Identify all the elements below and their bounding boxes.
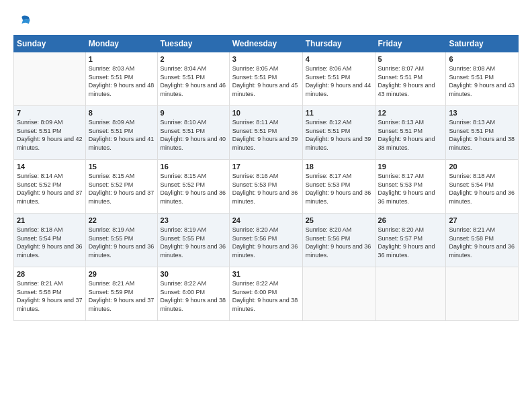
- calendar-cell: [302, 267, 375, 321]
- day-header-tuesday: Tuesday: [157, 36, 229, 52]
- day-number: 22: [89, 216, 154, 224]
- day-info: Sunrise: 8:18 AM Sunset: 5:54 PM Dayligh…: [17, 226, 83, 259]
- day-info: Sunrise: 8:20 AM Sunset: 5:56 PM Dayligh…: [306, 226, 372, 259]
- calendar-cell: 16 Sunrise: 8:15 AM Sunset: 5:52 PM Dayl…: [157, 160, 229, 214]
- calendar-cell: 23 Sunrise: 8:19 AM Sunset: 5:55 PM Dayl…: [157, 214, 229, 267]
- day-info: Sunrise: 8:17 AM Sunset: 5:53 PM Dayligh…: [306, 172, 372, 205]
- calendar-cell: 7 Sunrise: 8:09 AM Sunset: 5:51 PM Dayli…: [14, 106, 86, 160]
- day-number: 23: [161, 216, 226, 224]
- day-number: 16: [161, 163, 226, 171]
- day-info: Sunrise: 8:12 AM Sunset: 5:51 PM Dayligh…: [306, 118, 372, 152]
- day-info: Sunrise: 8:07 AM Sunset: 5:51 PM Dayligh…: [378, 64, 443, 98]
- day-number: 19: [378, 163, 443, 171]
- calendar-cell: 25 Sunrise: 8:20 AM Sunset: 5:56 PM Dayl…: [302, 214, 375, 267]
- calendar-cell: 2 Sunrise: 8:04 AM Sunset: 5:51 PM Dayli…: [157, 52, 229, 106]
- week-row-5: 28 Sunrise: 8:21 AM Sunset: 5:58 PM Dayl…: [14, 267, 519, 321]
- day-number: 8: [89, 109, 154, 117]
- calendar-cell: 29 Sunrise: 8:21 AM Sunset: 5:59 PM Dayl…: [85, 267, 157, 321]
- week-row-1: 1 Sunrise: 8:03 AM Sunset: 5:51 PM Dayli…: [14, 52, 519, 106]
- day-header-wednesday: Wednesday: [229, 36, 302, 52]
- calendar-cell: 31 Sunrise: 8:22 AM Sunset: 6:00 PM Dayl…: [229, 267, 302, 321]
- day-info: Sunrise: 8:11 AM Sunset: 5:51 PM Dayligh…: [232, 118, 300, 152]
- calendar-cell: 4 Sunrise: 8:06 AM Sunset: 5:51 PM Dayli…: [302, 52, 375, 106]
- day-number: 4: [306, 55, 372, 63]
- calendar-table: SundayMondayTuesdayWednesdayThursdayFrid…: [13, 35, 519, 321]
- calendar-cell: 12 Sunrise: 8:13 AM Sunset: 5:51 PM Dayl…: [375, 106, 446, 160]
- calendar-cell: 5 Sunrise: 8:07 AM Sunset: 5:51 PM Dayli…: [375, 52, 446, 106]
- page: SundayMondayTuesdayWednesdayThursdayFrid…: [0, 0, 532, 411]
- day-number: 29: [89, 270, 154, 278]
- calendar-cell: 3 Sunrise: 8:05 AM Sunset: 5:51 PM Dayli…: [229, 52, 302, 106]
- week-row-2: 7 Sunrise: 8:09 AM Sunset: 5:51 PM Dayli…: [14, 106, 519, 160]
- day-header-thursday: Thursday: [302, 36, 375, 52]
- day-info: Sunrise: 8:13 AM Sunset: 5:51 PM Dayligh…: [449, 118, 515, 152]
- day-info: Sunrise: 8:21 AM Sunset: 5:58 PM Dayligh…: [449, 226, 515, 259]
- calendar-cell: [446, 267, 519, 321]
- day-header-friday: Friday: [375, 36, 446, 52]
- day-info: Sunrise: 8:09 AM Sunset: 5:51 PM Dayligh…: [17, 118, 83, 152]
- day-info: Sunrise: 8:08 AM Sunset: 5:51 PM Dayligh…: [449, 64, 515, 98]
- calendar-cell: 6 Sunrise: 8:08 AM Sunset: 5:51 PM Dayli…: [446, 52, 519, 106]
- calendar-cell: 8 Sunrise: 8:09 AM Sunset: 5:51 PM Dayli…: [85, 106, 157, 160]
- week-row-4: 21 Sunrise: 8:18 AM Sunset: 5:54 PM Dayl…: [14, 214, 519, 267]
- calendar-cell: 9 Sunrise: 8:10 AM Sunset: 5:51 PM Dayli…: [157, 106, 229, 160]
- header-row: SundayMondayTuesdayWednesdayThursdayFrid…: [14, 36, 519, 52]
- day-info: Sunrise: 8:22 AM Sunset: 6:00 PM Dayligh…: [232, 279, 300, 313]
- calendar-cell: 14 Sunrise: 8:14 AM Sunset: 5:52 PM Dayl…: [14, 160, 86, 214]
- day-number: 31: [232, 270, 300, 278]
- day-number: 30: [161, 270, 226, 278]
- calendar-cell: 11 Sunrise: 8:12 AM Sunset: 5:51 PM Dayl…: [302, 106, 375, 160]
- calendar-cell: 28 Sunrise: 8:21 AM Sunset: 5:58 PM Dayl…: [14, 267, 86, 321]
- day-header-saturday: Saturday: [446, 36, 519, 52]
- day-number: 18: [306, 163, 372, 171]
- logo-icon: [13, 12, 32, 31]
- day-number: 21: [17, 216, 83, 224]
- day-info: Sunrise: 8:10 AM Sunset: 5:51 PM Dayligh…: [161, 118, 226, 152]
- day-header-monday: Monday: [85, 36, 157, 52]
- day-info: Sunrise: 8:19 AM Sunset: 5:55 PM Dayligh…: [161, 226, 226, 259]
- calendar-cell: 26 Sunrise: 8:20 AM Sunset: 5:57 PM Dayl…: [375, 214, 446, 267]
- day-info: Sunrise: 8:13 AM Sunset: 5:51 PM Dayligh…: [378, 118, 443, 152]
- calendar-cell: 20 Sunrise: 8:18 AM Sunset: 5:54 PM Dayl…: [446, 160, 519, 214]
- day-number: 14: [17, 163, 83, 171]
- day-info: Sunrise: 8:17 AM Sunset: 5:53 PM Dayligh…: [378, 172, 443, 205]
- calendar-cell: 27 Sunrise: 8:21 AM Sunset: 5:58 PM Dayl…: [446, 214, 519, 267]
- day-header-sunday: Sunday: [14, 36, 86, 52]
- calendar-cell: 21 Sunrise: 8:18 AM Sunset: 5:54 PM Dayl…: [14, 214, 86, 267]
- day-number: 5: [378, 55, 443, 63]
- calendar-cell: 1 Sunrise: 8:03 AM Sunset: 5:51 PM Dayli…: [85, 52, 157, 106]
- day-info: Sunrise: 8:04 AM Sunset: 5:51 PM Dayligh…: [161, 64, 226, 98]
- day-number: 12: [378, 109, 443, 117]
- calendar-cell: 10 Sunrise: 8:11 AM Sunset: 5:51 PM Dayl…: [229, 106, 302, 160]
- day-number: 26: [378, 216, 443, 224]
- day-number: 10: [232, 109, 300, 117]
- day-info: Sunrise: 8:14 AM Sunset: 5:52 PM Dayligh…: [17, 172, 83, 205]
- calendar-cell: [375, 267, 446, 321]
- calendar-cell: 19 Sunrise: 8:17 AM Sunset: 5:53 PM Dayl…: [375, 160, 446, 214]
- calendar-header: SundayMondayTuesdayWednesdayThursdayFrid…: [14, 36, 519, 52]
- day-number: 17: [232, 163, 300, 171]
- day-number: 11: [306, 109, 372, 117]
- day-info: Sunrise: 8:21 AM Sunset: 5:58 PM Dayligh…: [17, 279, 83, 313]
- day-info: Sunrise: 8:22 AM Sunset: 6:00 PM Dayligh…: [161, 279, 226, 313]
- week-row-3: 14 Sunrise: 8:14 AM Sunset: 5:52 PM Dayl…: [14, 160, 519, 214]
- day-info: Sunrise: 8:21 AM Sunset: 5:59 PM Dayligh…: [89, 279, 154, 313]
- day-number: 15: [89, 163, 154, 171]
- day-info: Sunrise: 8:05 AM Sunset: 5:51 PM Dayligh…: [232, 64, 300, 98]
- calendar-cell: 22 Sunrise: 8:19 AM Sunset: 5:55 PM Dayl…: [85, 214, 157, 267]
- day-number: 6: [449, 55, 515, 63]
- calendar-cell: 18 Sunrise: 8:17 AM Sunset: 5:53 PM Dayl…: [302, 160, 375, 214]
- day-info: Sunrise: 8:15 AM Sunset: 5:52 PM Dayligh…: [161, 172, 226, 205]
- header: [13, 12, 519, 31]
- day-number: 7: [17, 109, 83, 117]
- day-number: 28: [17, 270, 83, 278]
- day-info: Sunrise: 8:20 AM Sunset: 5:56 PM Dayligh…: [232, 226, 300, 259]
- day-info: Sunrise: 8:18 AM Sunset: 5:54 PM Dayligh…: [449, 172, 515, 205]
- calendar-cell: 24 Sunrise: 8:20 AM Sunset: 5:56 PM Dayl…: [229, 214, 302, 267]
- calendar-cell: 15 Sunrise: 8:15 AM Sunset: 5:52 PM Dayl…: [85, 160, 157, 214]
- calendar-body: 1 Sunrise: 8:03 AM Sunset: 5:51 PM Dayli…: [14, 52, 519, 321]
- day-info: Sunrise: 8:19 AM Sunset: 5:55 PM Dayligh…: [89, 226, 154, 259]
- day-info: Sunrise: 8:16 AM Sunset: 5:53 PM Dayligh…: [232, 172, 300, 205]
- day-number: 3: [232, 55, 300, 63]
- day-number: 25: [306, 216, 372, 224]
